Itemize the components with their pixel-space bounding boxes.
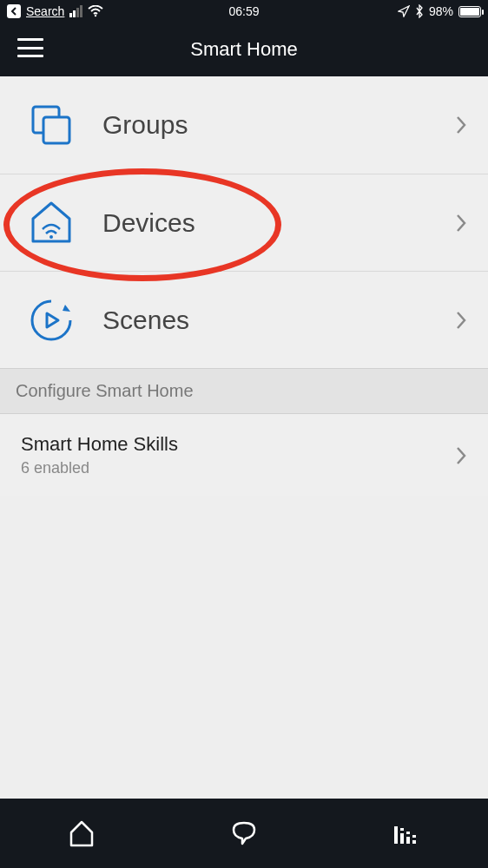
app-header: Smart Home	[0, 23, 488, 76]
page-title: Smart Home	[190, 38, 297, 61]
row-scenes-label: Scenes	[102, 306, 455, 335]
svg-rect-4	[394, 826, 398, 844]
chevron-right-icon	[455, 310, 467, 331]
battery-icon	[458, 6, 481, 17]
row-groups[interactable]: Groups	[0, 76, 488, 174]
skills-subtitle: 6 enabled	[21, 459, 178, 477]
svg-rect-5	[400, 833, 404, 844]
ios-status-bar: Search 06:59 98%	[0, 0, 488, 23]
nav-equalizer-icon[interactable]	[389, 816, 424, 851]
back-app-label[interactable]: Search	[26, 4, 64, 18]
section-header-configure: Configure Smart Home	[0, 368, 488, 414]
hamburger-menu-icon[interactable]	[17, 38, 43, 57]
devices-icon	[21, 197, 82, 249]
row-devices[interactable]: Devices	[0, 174, 488, 271]
svg-point-0	[95, 15, 96, 16]
svg-rect-7	[412, 840, 416, 844]
bottom-nav	[0, 799, 488, 868]
row-groups-label: Groups	[102, 110, 455, 140]
groups-icon	[21, 99, 82, 151]
back-chevron-icon[interactable]	[7, 4, 21, 18]
row-scenes[interactable]: Scenes	[0, 271, 488, 368]
row-devices-label: Devices	[102, 208, 455, 238]
svg-rect-10	[412, 835, 416, 838]
svg-rect-6	[406, 837, 410, 844]
bluetooth-icon	[415, 4, 424, 18]
nav-home-icon[interactable]	[64, 816, 99, 851]
svg-point-3	[49, 235, 53, 239]
svg-rect-8	[400, 828, 404, 831]
skills-title: Smart Home Skills	[21, 433, 178, 456]
wifi-icon	[88, 5, 103, 17]
status-time: 06:59	[165, 4, 323, 18]
category-list: Groups Devices	[0, 76, 488, 368]
cellular-signal-icon	[69, 5, 82, 17]
scenes-icon	[21, 294, 82, 346]
chevron-right-icon	[455, 445, 467, 466]
main-content: Groups Devices	[0, 76, 488, 496]
chevron-right-icon	[455, 115, 467, 135]
svg-rect-9	[406, 832, 410, 834]
location-arrow-icon	[398, 5, 410, 17]
battery-percent: 98%	[429, 4, 453, 18]
svg-rect-2	[43, 117, 69, 143]
chevron-right-icon	[455, 213, 467, 233]
nav-chat-icon[interactable]	[227, 816, 261, 851]
row-smart-home-skills[interactable]: Smart Home Skills 6 enabled	[0, 414, 488, 496]
